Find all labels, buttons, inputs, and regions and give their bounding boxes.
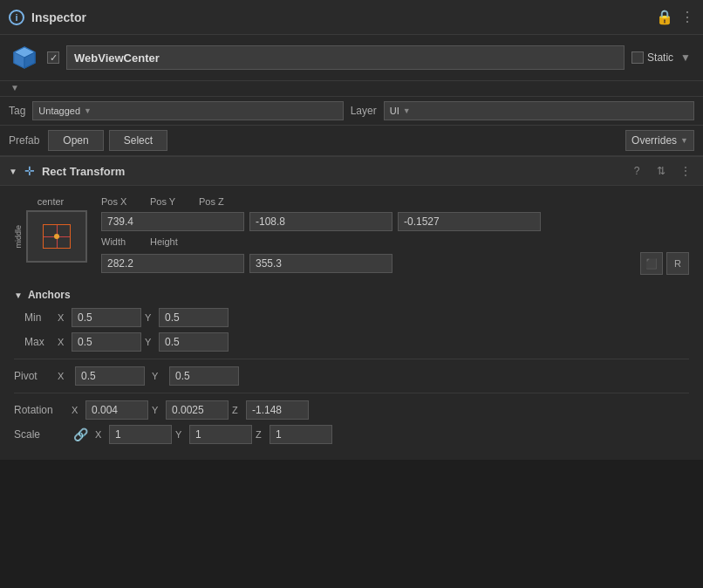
prefab-open-button[interactable]: Open [48, 130, 103, 151]
layer-label: Layer [351, 105, 377, 117]
scale-label: Scale [14, 428, 66, 441]
divider-2 [14, 393, 689, 393]
prefab-select-button[interactable]: Select [109, 130, 167, 151]
anchors-max-xy: X Y [58, 332, 229, 352]
anchors-min-x-input[interactable] [72, 308, 141, 327]
overrides-label: Overrides [631, 134, 677, 147]
static-container: Static ▼ [631, 50, 694, 65]
pivot-y-input[interactable] [169, 366, 239, 386]
pos-y-input[interactable] [249, 212, 392, 231]
object-arrow-row: ▼ [0, 81, 703, 97]
tag-dropdown-arrow: ▼ [84, 106, 92, 115]
anchors-title: Anchors [28, 289, 71, 301]
anchors-max-x-input[interactable] [72, 332, 141, 352]
height-label: Height [150, 236, 194, 247]
rotation-y-axis: Y [152, 405, 162, 415]
pos-x-input[interactable] [101, 212, 244, 231]
static-checkbox[interactable] [631, 51, 644, 64]
scale-link-icon[interactable]: 🔗 [73, 427, 88, 441]
pivot-x-axis: X [58, 371, 68, 381]
tag-layer-row: Tag Untagged ▼ Layer UI ▼ [0, 97, 703, 126]
anchors-section: ▼ Anchors Min X Y Max X Y [14, 289, 689, 352]
rotation-row: Rotation X Y Z [14, 400, 689, 420]
anchors-min-x-axis: X [58, 312, 68, 323]
prefab-row: Prefab Open Select Overrides ▼ [0, 126, 703, 156]
inspector-title: Inspector [31, 10, 649, 24]
rotation-x-input[interactable] [85, 400, 148, 420]
layer-value: UI [390, 106, 399, 116]
rotation-xyz: X Y Z [72, 400, 309, 420]
divider-1 [14, 359, 689, 359]
rotation-x-axis: X [72, 405, 82, 415]
scale-x-input[interactable] [109, 425, 172, 444]
rect-transform-title: Rect Transform [42, 165, 621, 178]
object-expand-arrow[interactable]: ▼ [10, 83, 19, 92]
overrides-dropdown[interactable]: Overrides ▼ [625, 130, 694, 151]
anchor-inner-box [43, 224, 71, 249]
anchors-expand-arrow[interactable]: ▼ [14, 291, 23, 300]
rotation-y-input[interactable] [166, 400, 229, 420]
rotation-label: Rotation [14, 404, 66, 416]
tag-dropdown[interactable]: Untagged ▼ [32, 101, 343, 120]
tag-label: Tag [9, 105, 25, 117]
scale-x-axis: X [95, 429, 106, 440]
object-name-input[interactable] [66, 45, 625, 70]
pos-z-input[interactable] [398, 212, 541, 231]
anchors-max-y-input[interactable] [159, 332, 229, 352]
anchors-max-row: Max X Y [14, 332, 689, 352]
info-icon: i [9, 10, 24, 25]
scale-y-axis: Y [175, 429, 186, 440]
pivot-x-input[interactable] [75, 366, 145, 386]
rect-transform-section-header: ▼ ✛ Rect Transform ? ⇅ ⋮ [0, 156, 703, 186]
layer-dropdown-arrow: ▼ [403, 106, 411, 115]
rect-transform-more-button[interactable]: ⋮ [677, 162, 694, 180]
tag-value: Untagged [38, 106, 80, 116]
lock-icon[interactable]: 🔒 [656, 9, 673, 25]
pivot-row: Pivot X Y [14, 366, 689, 386]
anchors-min-y-input[interactable] [159, 308, 229, 327]
overrides-dropdown-arrow: ▼ [680, 136, 688, 145]
blueprint-button[interactable]: ⬛ [640, 252, 663, 275]
anchors-min-xy: X Y [58, 308, 229, 327]
rotation-z-input[interactable] [246, 400, 309, 420]
pos-y-label: Pos Y [150, 196, 194, 207]
rect-transform-icon: ✛ [24, 164, 35, 178]
r-button[interactable]: R [666, 252, 689, 275]
anchor-widget-row: middle [14, 210, 87, 263]
static-dropdown-button[interactable]: ▼ [677, 50, 694, 65]
width-input[interactable] [101, 254, 244, 273]
width-label: Width [101, 236, 145, 247]
anchors-toggle-row: ▼ Anchors [14, 289, 689, 301]
active-checkbox[interactable]: ✓ [47, 51, 59, 64]
br-buttons: ⬛ R [640, 252, 689, 275]
size-values-row: ⬛ R [101, 252, 689, 275]
rect-top-row: center middle Pos X Pos Y Pos Z [14, 196, 689, 280]
anchor-center-label: center [38, 196, 65, 207]
anchors-min-label: Min [24, 311, 51, 324]
pos-values-row [101, 212, 689, 231]
anchor-middle-label: middle [14, 225, 23, 249]
scale-y-input[interactable] [189, 425, 252, 444]
rect-transform-help-button[interactable]: ? [628, 162, 645, 180]
scale-row: Scale 🔗 X Y Z [14, 425, 689, 444]
object-row: ✓ Static ▼ [0, 35, 703, 81]
height-input[interactable] [249, 254, 392, 273]
anchor-center-dot [54, 234, 59, 239]
layer-dropdown[interactable]: UI ▼ [384, 101, 694, 120]
scale-z-input[interactable] [270, 425, 332, 444]
anchor-widget-area: center middle [14, 196, 87, 263]
anchors-max-y-axis: Y [145, 337, 155, 347]
inspector-header: i Inspector 🔒 ⋮ [0, 0, 703, 35]
anchor-box[interactable] [26, 210, 87, 263]
pos-labels-row: Pos X Pos Y Pos Z [101, 196, 689, 207]
scale-xyz: X Y Z [95, 425, 332, 444]
position-fields: Pos X Pos Y Pos Z Width Height ⬛ R [101, 196, 689, 280]
menu-icon[interactable]: ⋮ [680, 9, 694, 25]
unity-cube-icon [9, 42, 40, 73]
size-labels-row: Width Height [101, 236, 689, 247]
pos-z-label: Pos Z [199, 196, 242, 207]
pos-x-label: Pos X [101, 196, 145, 207]
rect-transform-expand-arrow[interactable]: ▼ [9, 167, 17, 176]
rect-transform-settings-button[interactable]: ⇅ [652, 162, 670, 180]
scale-z-axis: Z [256, 429, 266, 440]
